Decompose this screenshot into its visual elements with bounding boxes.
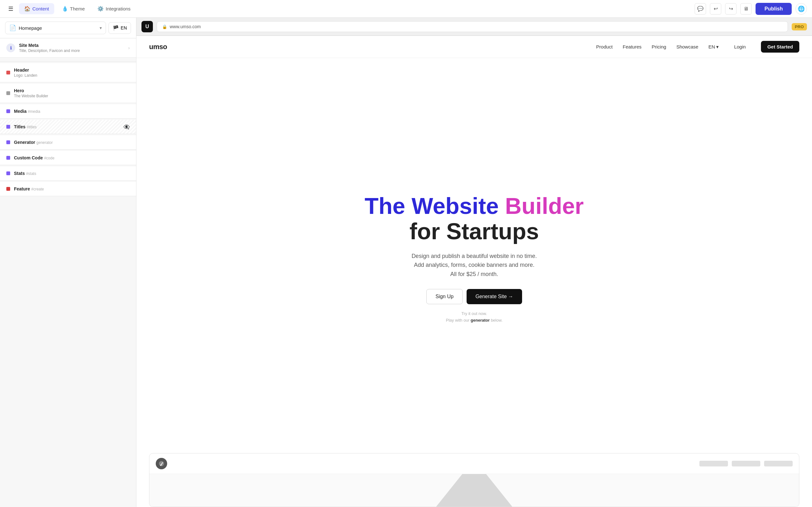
generator-logo [156,458,167,469]
tab-integrations-label: Integrations [106,6,131,11]
item-content: Feature #create [14,186,130,191]
url-text: www.umso.com [170,24,201,29]
nav-language[interactable]: EN ▾ [709,44,719,50]
svg-point-0 [159,461,164,466]
eye-hidden-icon: 👁‍🗨 [123,124,130,130]
desktop-button[interactable]: 🖥 [740,3,752,14]
site-meta-item[interactable]: ℹ Site Meta Title, Description, Favicon … [0,38,136,58]
website-preview: umso Product Features Pricing Showcase E… [136,36,812,507]
item-content: Titles #titles [14,124,130,129]
sidebar-item-media[interactable]: Media #media [0,104,136,118]
gen-pill-2 [732,461,760,466]
signup-button[interactable]: Sign Up [426,289,463,304]
flag-icon: 🏴 [113,25,119,31]
sidebar-item-stats[interactable]: Stats #stats [0,166,136,181]
item-color-indicator [6,156,10,160]
globe-icon: 🌐 [798,5,805,12]
hero-buttons: Sign Up Generate Site → [426,289,522,304]
item-badge: #media [28,109,40,114]
generator-nav-pills [699,461,793,466]
item-badge: #titles [27,125,37,129]
desktop-icon: 🖥 [744,6,749,12]
item-badge: #code [44,156,55,160]
headline-website: Website [412,193,505,219]
redo-icon: ↪ [729,6,733,12]
generator-link[interactable]: generator [471,318,490,323]
sidebar-item-generator[interactable]: Generator generator [0,135,136,150]
nav-login-text: Login [734,44,746,49]
sidebar-item-hero[interactable]: Hero The Website Builder [0,83,136,103]
tab-integrations[interactable]: ⚙️ Integrations [92,3,136,14]
gear-icon: ⚙️ [97,6,104,12]
tab-content[interactable]: 🏠 Content [19,3,54,14]
sidebar-item-customcode[interactable]: Custom Code #code [0,151,136,165]
generate-button[interactable]: Generate Site → [467,289,522,304]
menu-button[interactable]: ☰ [5,3,16,14]
nav-link-showcase[interactable]: Showcase [676,44,698,49]
redo-button[interactable]: ↪ [725,3,737,14]
tab-theme[interactable]: 💧 Theme [57,3,90,14]
generator-card-header [149,453,799,474]
meteor-icon [158,460,165,467]
item-content: Hero The Website Builder [14,88,130,98]
sidebar-header: 📄 Homepage ▾ 🏴 EN [0,18,136,38]
undo-button[interactable]: ↩ [710,3,721,14]
item-title: Hero [14,88,130,93]
headline-builder: Builder [505,193,583,219]
browser-logo: U [142,21,153,32]
hero-section: The Website Builder for Startups Design … [136,58,812,453]
lock-icon: 🔒 [162,24,167,29]
generator-card [149,453,799,507]
sidebar-item-feature[interactable]: Feature #create [0,182,136,196]
browser-bar: U 🔒 www.umso.com PRO [136,18,812,36]
item-title: Header [14,67,130,72]
home-icon: 🏠 [24,6,31,12]
undo-icon: ↩ [714,6,718,12]
page-name: Homepage [19,25,97,31]
item-title: Stats #stats [14,171,130,176]
browser-url-bar: 🔒 www.umso.com [157,21,788,32]
toolbar-right: 💬 ↩ ↪ 🖥 Publish 🌐 [695,3,807,15]
sidebar-item-header[interactable]: Header Logo: Landen [0,63,136,82]
droplet-icon: 💧 [62,6,68,12]
chevron-down-icon: ▾ [716,44,719,50]
item-title: Media #media [14,109,130,114]
item-color-indicator [6,109,10,113]
pro-badge: PRO [792,23,807,31]
comment-button[interactable]: 💬 [695,3,706,14]
hero-tryit: Try it out now. Play with our generator … [446,311,503,324]
language-button[interactable]: 🏴 EN [108,22,131,34]
item-title: Feature #create [14,186,130,191]
browser-logo-text: U [145,24,149,30]
nav-cta-button[interactable]: Get Started [761,41,799,53]
generator-body [149,474,799,507]
nav-link-pricing[interactable]: Pricing [652,44,666,49]
item-badge: #create [31,187,44,191]
sidebar-divider [0,61,136,62]
item-subtitle: Logo: Landen [14,73,130,78]
headline-the: The [365,193,412,219]
item-color-indicator [6,71,10,74]
site-meta-title: Site Meta [19,43,124,48]
item-color-indicator [6,171,10,175]
tab-theme-label: Theme [70,6,85,11]
sidebar-item-titles[interactable]: Titles #titles 👁‍🗨 [0,120,136,134]
gen-pill-3 [764,461,793,466]
site-logo: umso [149,43,167,51]
svg-point-1 [160,464,161,466]
item-content: Header Logo: Landen [14,67,130,78]
publish-button[interactable]: Publish [756,3,792,15]
nav-link-product[interactable]: Product [596,44,613,49]
nav-login[interactable]: Login [729,42,751,52]
item-title: Generator generator [14,140,130,145]
item-color-indicator [6,187,10,191]
page-selector[interactable]: 📄 Homepage ▾ [5,21,106,34]
meta-chevron-icon: › [128,45,130,50]
sidebar: 📄 Homepage ▾ 🏴 EN ℹ Site Meta Title, Des… [0,18,136,507]
triangle-shape [436,474,512,507]
item-badge: #stats [26,171,36,176]
hero-subtext: Design and publish a beautiful website i… [411,251,537,279]
nav-link-features[interactable]: Features [623,44,641,49]
globe-button[interactable]: 🌐 [796,3,807,14]
item-badge: generator [37,140,53,145]
